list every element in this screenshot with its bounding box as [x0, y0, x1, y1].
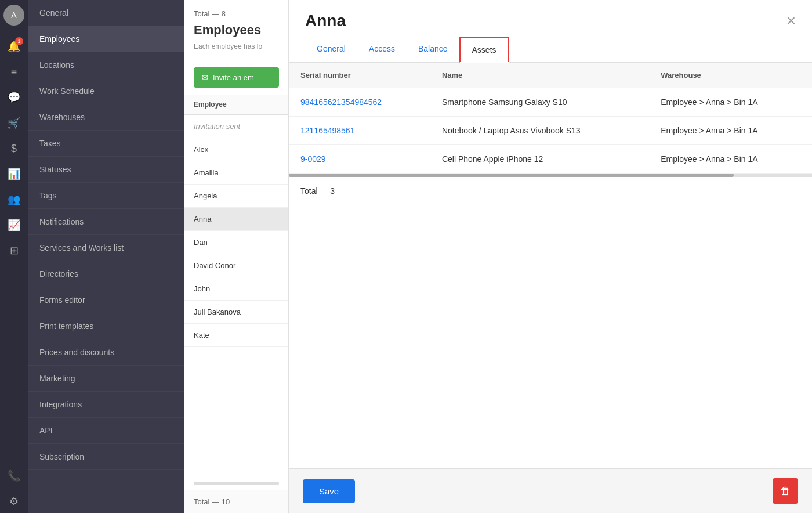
modal-title: Anna	[305, 12, 346, 30]
list-item-alex[interactable]: Alex	[184, 138, 288, 161]
filter-icon[interactable]: ≡	[2, 60, 26, 84]
serial-link-2[interactable]: 121165498561	[289, 117, 430, 145]
col-warehouse: Warehouse	[649, 63, 812, 88]
employees-panel: Total — 8 Employees Each employee has lo…	[184, 0, 289, 513]
tab-general[interactable]: General	[305, 37, 357, 63]
sidebar-item-subscription[interactable]: Subscription	[28, 444, 184, 470]
cart-icon[interactable]: 🛒	[2, 111, 26, 135]
employee-list: Invitation sent Alex Amaliia Angela Anna…	[184, 115, 288, 482]
modules-icon[interactable]: ⊞	[2, 239, 26, 262]
table-row: 9-0029 Cell Phone Apple iPhone 12 Employ…	[289, 145, 812, 174]
tab-balance[interactable]: Balance	[407, 37, 459, 63]
people-icon[interactable]: 👥	[2, 188, 26, 211]
delete-button[interactable]: 🗑	[773, 478, 798, 504]
sidebar-item-prices[interactable]: Prices and discounts	[28, 339, 184, 366]
modal-footer: Save 🗑	[289, 468, 812, 513]
asset-warehouse-2: Employee > Anna > Bin 1A	[649, 117, 812, 145]
sidebar-item-locations[interactable]: Locations	[28, 52, 184, 78]
panel-header: Total — 8 Employees Each employee has lo	[184, 0, 288, 60]
sidebar-item-forms-editor[interactable]: Forms editor	[28, 287, 184, 313]
list-item-john[interactable]: John	[184, 277, 288, 301]
chart-icon[interactable]: 📊	[2, 162, 26, 186]
sidebar-item-api[interactable]: API	[28, 418, 184, 444]
assets-table: Serial number Name Warehouse 98416562135…	[289, 63, 812, 174]
modal-header: Anna ×	[289, 0, 812, 30]
serial-link-1[interactable]: 984165621354984562	[289, 88, 430, 117]
notification-icon[interactable]: 🔔 1	[2, 35, 26, 58]
sidebar-item-directories[interactable]: Directories	[28, 261, 184, 287]
settings-icon[interactable]: ⚙	[2, 490, 26, 513]
sidebar-item-warehouses[interactable]: Warehouses	[28, 104, 184, 131]
asset-name-3: Cell Phone Apple iPhone 12	[430, 145, 649, 174]
asset-name-2: Notebook / Laptop Asus Vivobook S13	[430, 117, 649, 145]
sidebar-item-statuses[interactable]: Statuses	[28, 157, 184, 183]
modal: Anna × General Access Balance Assets Ser…	[289, 0, 812, 513]
panel-scrollbar[interactable]	[194, 482, 279, 485]
main-area: Anna × General Access Balance Assets Ser…	[289, 0, 812, 513]
list-item-juli[interactable]: Juli Bakanova	[184, 301, 288, 324]
list-item-amaliia[interactable]: Amaliia	[184, 161, 288, 185]
table-row: 121165498561 Notebook / Laptop Asus Vivo…	[289, 117, 812, 145]
list-item-anna[interactable]: Anna	[184, 208, 288, 231]
invite-button-label: Invite an em	[213, 73, 254, 82]
dollar-icon[interactable]: $	[2, 137, 26, 160]
sidebar-item-taxes[interactable]: Taxes	[28, 131, 184, 157]
modal-body: Serial number Name Warehouse 98416562135…	[289, 63, 812, 468]
sidebar-item-work-schedule[interactable]: Work Schedule	[28, 78, 184, 104]
sidebar-item-notifications[interactable]: Notifications	[28, 209, 184, 235]
sidebar-item-marketing[interactable]: Marketing	[28, 366, 184, 392]
panel-heading: Employees	[194, 23, 279, 38]
notification-badge: 1	[15, 37, 23, 45]
sidebar: General Employees Locations Work Schedul…	[28, 0, 184, 513]
tab-access[interactable]: Access	[357, 37, 407, 63]
col-serial-number: Serial number	[289, 63, 430, 88]
sidebar-item-services[interactable]: Services and Works list	[28, 235, 184, 261]
asset-warehouse-1: Employee > Anna > Bin 1A	[649, 88, 812, 117]
sidebar-item-employees[interactable]: Employees	[28, 26, 184, 52]
spacer	[2, 265, 26, 462]
list-item-invitation[interactable]: Invitation sent	[184, 115, 288, 138]
analytics-icon[interactable]: 📈	[2, 214, 26, 237]
serial-link-3[interactable]: 9-0029	[289, 145, 430, 174]
save-button[interactable]: Save	[303, 479, 355, 503]
invite-employee-button[interactable]: ✉ Invite an em	[194, 67, 279, 88]
asset-warehouse-3: Employee > Anna > Bin 1A	[649, 145, 812, 174]
chat-icon[interactable]: 💬	[2, 86, 26, 109]
envelope-icon: ✉	[202, 73, 208, 82]
sidebar-item-integrations[interactable]: Integrations	[28, 392, 184, 418]
list-item-david-conor[interactable]: David Conor	[184, 254, 288, 277]
trash-icon: 🗑	[780, 485, 791, 497]
panel-footer: Total — 10	[184, 490, 288, 513]
assets-total: Total — 3	[289, 177, 812, 205]
modal-tabs: General Access Balance Assets	[289, 37, 812, 63]
list-item-angela[interactable]: Angela	[184, 185, 288, 208]
modal-close-button[interactable]: ×	[786, 13, 796, 29]
icon-nav: A 🔔 1 ≡ 💬 🛒 $ 📊 👥 📈 ⊞ 📞 ⚙	[0, 0, 28, 513]
tab-assets[interactable]: Assets	[459, 37, 509, 63]
panel-description: Each employee has lo	[194, 42, 279, 50]
employee-column-header: Employee	[184, 95, 288, 115]
avatar[interactable]: A	[3, 5, 24, 26]
asset-name-1: Smartphone Samsung Galaxy S10	[430, 88, 649, 117]
list-item-dan[interactable]: Dan	[184, 231, 288, 254]
table-row: 984165621354984562 Smartphone Samsung Ga…	[289, 88, 812, 117]
sidebar-item-print-templates[interactable]: Print templates	[28, 313, 184, 339]
list-item-kate[interactable]: Kate	[184, 324, 288, 347]
panel-total: Total — 8	[194, 9, 279, 18]
modal-overlay: Anna × General Access Balance Assets Ser…	[289, 0, 812, 513]
col-name: Name	[430, 63, 649, 88]
sidebar-item-tags[interactable]: Tags	[28, 183, 184, 209]
sidebar-item-general[interactable]: General	[28, 0, 184, 26]
phone-icon[interactable]: 📞	[2, 464, 26, 487]
